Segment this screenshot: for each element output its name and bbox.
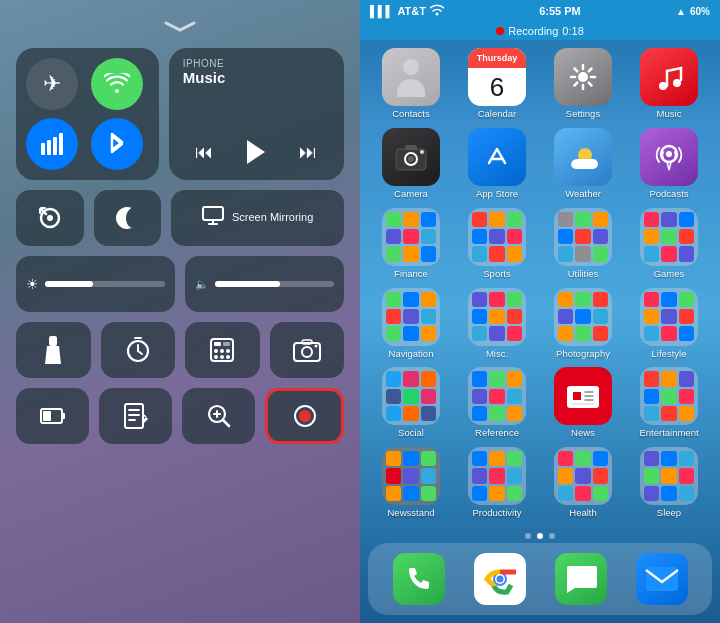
- dock-mail[interactable]: [636, 553, 688, 605]
- app-sleep-folder[interactable]: Sleep: [630, 447, 708, 521]
- svg-point-8: [47, 215, 53, 221]
- app-podcasts[interactable]: Podcasts: [630, 128, 708, 202]
- app-finance-folder[interactable]: Finance: [372, 208, 450, 282]
- carrier-label: AT&T: [397, 5, 426, 17]
- app-lifestyle-label: Lifestyle: [652, 349, 687, 359]
- recording-bar: Recording 0:18: [360, 22, 720, 40]
- page-dot-1[interactable]: [525, 533, 531, 539]
- app-entertainment-label: Entertainment: [639, 428, 698, 438]
- app-misc-label: Misc.: [486, 349, 508, 359]
- app-sports-folder[interactable]: Sports: [458, 208, 536, 282]
- rotation-lock-button[interactable]: [16, 190, 84, 246]
- svg-rect-14: [214, 342, 221, 346]
- app-appstore[interactable]: App Store: [458, 128, 536, 202]
- battery-button[interactable]: [16, 388, 89, 444]
- svg-point-18: [226, 349, 230, 353]
- app-podcasts-label: Podcasts: [649, 189, 688, 199]
- play-button[interactable]: [238, 134, 274, 170]
- screen-mirroring-button[interactable]: Screen Mirroring: [171, 190, 344, 246]
- airplane-mode-button[interactable]: ✈: [26, 58, 78, 110]
- svg-rect-29: [125, 404, 143, 428]
- app-grid: Contacts Thursday 6 Calendar Settings: [360, 40, 720, 529]
- camera-button[interactable]: [270, 322, 345, 378]
- app-news[interactable]: News: [544, 367, 622, 441]
- app-calendar-label: Calendar: [478, 109, 517, 119]
- do-not-disturb-button[interactable]: [94, 190, 162, 246]
- cellular-button[interactable]: [26, 118, 78, 170]
- dock: [368, 543, 712, 615]
- app-contacts-label: Contacts: [392, 109, 430, 119]
- svg-rect-42: [405, 145, 417, 150]
- app-camera[interactable]: Camera: [372, 128, 450, 202]
- magnifier-button[interactable]: [182, 388, 255, 444]
- svg-point-46: [666, 151, 672, 157]
- calculator-button[interactable]: [185, 322, 260, 378]
- app-productivity-folder[interactable]: Productivity: [458, 447, 536, 521]
- app-games-label: Games: [654, 269, 685, 279]
- location-icon: ▲: [676, 6, 686, 17]
- dock-messages[interactable]: [555, 553, 607, 605]
- chevron-down-icon[interactable]: [160, 20, 200, 32]
- connectivity-section: ✈: [16, 48, 159, 180]
- svg-marker-4: [247, 140, 265, 164]
- status-time: 6:55 PM: [539, 5, 581, 17]
- app-newsstand-folder[interactable]: Newsstand: [372, 447, 450, 521]
- app-games-folder[interactable]: Games: [630, 208, 708, 282]
- recording-dot: [496, 27, 504, 35]
- screen-record-button[interactable]: [265, 388, 344, 444]
- dock-chrome[interactable]: [474, 553, 526, 605]
- svg-point-25: [314, 345, 317, 348]
- app-sleep-label: Sleep: [657, 508, 681, 518]
- app-lifestyle-folder[interactable]: Lifestyle: [630, 288, 708, 362]
- page-dot-3[interactable]: [549, 533, 555, 539]
- volume-slider[interactable]: 🔈: [185, 256, 344, 312]
- brightness-slider[interactable]: ☀: [16, 256, 175, 312]
- svg-rect-27: [43, 411, 51, 421]
- svg-rect-0: [41, 143, 45, 155]
- app-navigation-label: Navigation: [389, 349, 434, 359]
- svg-point-34: [299, 410, 311, 422]
- app-sports-label: Sports: [483, 269, 510, 279]
- app-social-label: Social: [398, 428, 424, 438]
- notes-button[interactable]: [99, 388, 172, 444]
- app-news-label: News: [571, 428, 595, 438]
- svg-point-16: [214, 349, 218, 353]
- app-weather[interactable]: Weather: [544, 128, 622, 202]
- app-misc-folder[interactable]: Misc.: [458, 288, 536, 362]
- app-contacts[interactable]: Contacts: [372, 48, 450, 122]
- app-health-folder[interactable]: Health: [544, 447, 622, 521]
- svg-point-35: [435, 13, 438, 16]
- svg-point-43: [420, 150, 424, 154]
- app-productivity-label: Productivity: [472, 508, 521, 518]
- music-widget: IPHONE Music ⏮ ⏭: [169, 48, 344, 180]
- flashlight-button[interactable]: [16, 322, 91, 378]
- svg-rect-7: [39, 208, 41, 214]
- app-photography-folder[interactable]: Photography: [544, 288, 622, 362]
- app-finance-label: Finance: [394, 269, 428, 279]
- svg-marker-11: [45, 346, 61, 364]
- app-utilities-folder[interactable]: Utilities: [544, 208, 622, 282]
- page-dot-2[interactable]: [537, 533, 543, 539]
- svg-point-41: [408, 156, 414, 162]
- svg-rect-2: [53, 137, 57, 155]
- app-music[interactable]: Music: [630, 48, 708, 122]
- app-calendar[interactable]: Thursday 6 Calendar: [458, 48, 536, 122]
- app-settings[interactable]: Settings: [544, 48, 622, 122]
- app-navigation-folder[interactable]: Navigation: [372, 288, 450, 362]
- iphone-screen: ▌▌▌ AT&T 6:55 PM ▲ 60% Recording 0:18: [360, 0, 720, 623]
- svg-rect-1: [47, 140, 51, 155]
- battery-level: 60%: [690, 6, 710, 17]
- prev-track-button[interactable]: ⏮: [195, 142, 213, 163]
- app-photography-label: Photography: [556, 349, 610, 359]
- app-reference-folder[interactable]: Reference: [458, 367, 536, 441]
- app-social-folder[interactable]: Social: [372, 367, 450, 441]
- svg-point-20: [220, 355, 224, 359]
- app-entertainment-folder[interactable]: Entertainment: [630, 367, 708, 441]
- app-reference-label: Reference: [475, 428, 519, 438]
- svg-point-23: [302, 347, 312, 357]
- next-track-button[interactable]: ⏭: [299, 142, 317, 163]
- wifi-button[interactable]: [91, 58, 143, 110]
- bluetooth-button[interactable]: [91, 118, 143, 170]
- timer-button[interactable]: [101, 322, 176, 378]
- dock-phone[interactable]: [393, 553, 445, 605]
